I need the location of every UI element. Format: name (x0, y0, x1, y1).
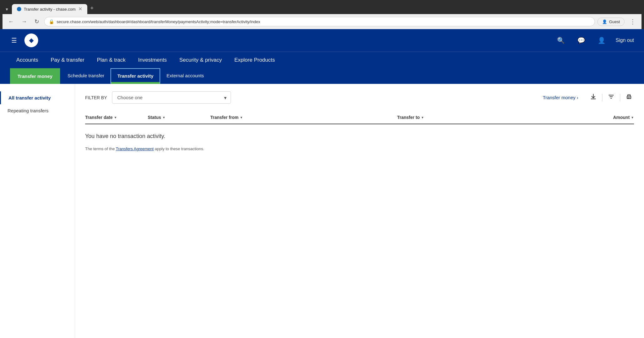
terms-text: The terms of the Transfers Agreement app… (85, 143, 242, 152)
address-bar[interactable]: 🔒 secure.chase.com/web/auth/dashboard#/d… (44, 17, 595, 26)
sign-out-btn[interactable]: Sign out (616, 38, 634, 43)
active-tab[interactable]: Transfer activity - chase.com ✕ (12, 4, 87, 14)
nav-item-investments[interactable]: Investments (132, 52, 173, 68)
tab-favicon (17, 7, 21, 11)
header-right: 🔍 💬 👤 Sign out (555, 35, 634, 45)
header-left: ☰ ◆ (10, 33, 38, 47)
chase-header: ☰ ◆ 🔍 💬 👤 Sign out (0, 29, 644, 52)
terms-prefix: The terms of the (85, 146, 116, 151)
reload-btn[interactable]: ↻ (32, 17, 42, 26)
upload-icon-btn[interactable] (588, 92, 598, 103)
nav-item-accounts[interactable]: Accounts (10, 52, 44, 68)
col-header-transfer-to[interactable]: Transfer to ▼ (397, 115, 584, 120)
nav-item-explore-products[interactable]: Explore Products (228, 52, 281, 68)
content-wrapper: All transfer activity Repeating transfer… (0, 84, 644, 338)
main-content: FILTER BY Choose one Transfer money › (75, 84, 644, 338)
filter-by-label: FILTER BY (85, 95, 107, 100)
main-nav: Accounts Pay & transfer Plan & track Inv… (0, 52, 644, 68)
tab-title: Transfer activity - chase.com (24, 7, 76, 12)
chase-logo-text: ◆ (29, 37, 33, 44)
sub-nav: Transfer money Schedule transfer Transfe… (0, 68, 644, 84)
sort-icon-amount: ▼ (631, 116, 634, 119)
tab-dropdown-btn[interactable]: ▼ (3, 5, 11, 14)
col-header-transfer-from[interactable]: Transfer from ▼ (210, 115, 397, 120)
nav-item-pay-transfer[interactable]: Pay & transfer (44, 52, 91, 68)
action-divider-2 (620, 94, 620, 101)
filter-select-wrapper: Choose one (112, 91, 231, 104)
transfer-money-link[interactable]: Transfer money › (543, 95, 578, 100)
col-header-transfer-date[interactable]: Transfer date ▼ (85, 115, 148, 120)
filter-bar: FILTER BY Choose one Transfer money › (85, 91, 634, 104)
nav-item-security-privacy[interactable]: Security & privacy (173, 52, 228, 68)
sidebar-item-repeating-transfers[interactable]: Repeating transfers (0, 104, 75, 117)
guest-label: Guest (609, 19, 620, 24)
print-icon-btn[interactable] (624, 92, 634, 103)
profile-icon: 👤 (602, 19, 607, 24)
browser-tabs: ▼ Transfer activity - chase.com ✕ + (3, 3, 641, 14)
guest-profile-btn[interactable]: 👤 Guest (597, 18, 625, 26)
filter-icon-btn[interactable] (606, 92, 616, 103)
lock-icon: 🔒 (49, 19, 54, 24)
hamburger-menu-btn[interactable]: ☰ (10, 35, 18, 45)
browser-menu-btn[interactable]: ⋮ (627, 17, 638, 27)
col-header-status[interactable]: Status ▼ (148, 115, 210, 120)
action-icons (588, 92, 634, 103)
browser-toolbar: ← → ↻ 🔒 secure.chase.com/web/auth/dashbo… (3, 14, 641, 29)
no-activity-message: You have no transaction activity. (85, 124, 634, 143)
subnav-transfer-activity[interactable]: Transfer activity (110, 68, 160, 84)
account-btn[interactable]: 👤 (595, 35, 608, 45)
sort-icon-from: ▼ (240, 116, 243, 119)
transfers-agreement-link[interactable]: Transfers Agreement (116, 146, 154, 151)
sort-icon-date: ▼ (114, 116, 117, 119)
action-divider-1 (602, 94, 602, 101)
sort-icon-status: ▼ (162, 116, 166, 119)
subnav-schedule-transfer[interactable]: Schedule transfer (61, 68, 111, 84)
chevron-right-icon: › (577, 95, 578, 100)
nav-item-plan-track[interactable]: Plan & track (91, 52, 132, 68)
subnav-transfer-activity-wrapper: Transfer activity (110, 68, 160, 84)
browser-chrome: ▼ Transfer activity - chase.com ✕ + ← → … (0, 0, 644, 29)
terms-suffix: apply to these transactions. (154, 146, 204, 151)
back-btn[interactable]: ← (6, 17, 16, 26)
tab-close-btn[interactable]: ✕ (78, 7, 82, 12)
notifications-btn[interactable]: 💬 (575, 35, 588, 45)
transfer-money-link-text: Transfer money (543, 95, 575, 100)
col-header-amount[interactable]: Amount ▼ (584, 115, 634, 120)
filter-select[interactable]: Choose one (112, 91, 231, 104)
col-amount-label: Amount (613, 115, 630, 120)
col-date-label: Transfer date (85, 115, 113, 120)
new-tab-btn[interactable]: + (88, 3, 96, 14)
col-status-label: Status (148, 115, 161, 120)
search-btn[interactable]: 🔍 (555, 35, 567, 45)
table-header: Transfer date ▼ Status ▼ Transfer from ▼… (85, 111, 634, 124)
forward-btn[interactable]: → (19, 17, 29, 26)
col-from-label: Transfer from (210, 115, 238, 120)
sidebar: All transfer activity Repeating transfer… (0, 84, 75, 338)
subnav-external-accounts[interactable]: External accounts (160, 68, 210, 84)
url-text: secure.chase.com/web/auth/dashboard#/das… (57, 19, 590, 24)
sort-icon-to: ▼ (421, 116, 424, 119)
chase-logo[interactable]: ◆ (24, 33, 38, 47)
transfer-money-subnav-btn[interactable]: Transfer money (10, 68, 60, 84)
sidebar-item-all-transfer-activity[interactable]: All transfer activity (0, 91, 75, 104)
col-to-label: Transfer to (397, 115, 420, 120)
